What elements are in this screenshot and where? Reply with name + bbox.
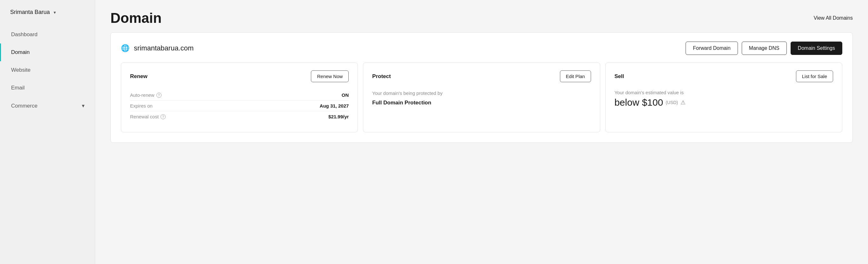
domain-settings-button[interactable]: Domain Settings [790,41,842,55]
auto-renew-value: ON [342,92,349,98]
domain-container: 🌐 srimantabarua.com Forward Domain Manag… [111,32,853,143]
domain-header: 🌐 srimantabarua.com Forward Domain Manag… [121,41,842,55]
edit-plan-button[interactable]: Edit Plan [560,70,591,82]
page-title: Domain [111,10,161,26]
globe-icon: 🌐 [121,44,129,52]
user-menu[interactable]: Srimanta Barua ▾ [0,0,95,23]
main-content: Domain View All Domains 🌐 srimantabarua.… [95,0,868,264]
estimated-value-description: Your domain's estimated value is [615,90,833,95]
estimated-value: below $100 (USD) ⚠ [615,97,833,108]
auto-renew-info-icon[interactable]: ? [156,93,161,98]
renewal-cost-info-icon[interactable]: ? [160,114,165,119]
chevron-down-icon: ▾ [82,102,85,109]
user-menu-chevron-icon: ▾ [54,10,56,15]
sidebar-item-commerce[interactable]: Commerce ▾ [0,97,95,115]
expires-label: Expires on [130,103,153,109]
warning-icon: ⚠ [681,99,686,106]
sell-card-title: Sell [615,73,624,80]
forward-domain-button[interactable]: Forward Domain [686,41,738,55]
sidebar-item-dashboard[interactable]: Dashboard [0,26,95,43]
protect-card-header: Protect Edit Plan [372,70,591,82]
sidebar-item-label: Commerce [11,103,37,109]
renewal-cost-value: $21.99/yr [328,114,349,119]
estimated-value-amount: below $100 [615,97,663,108]
currency-label: (USD) [665,100,678,105]
auto-renew-row: Auto-renew ? ON [130,90,349,100]
renew-card-header: Renew Renew Now [130,70,349,82]
cards-row: Renew Renew Now Auto-renew ? ON Expires … [121,62,842,132]
expires-row: Expires on Aug 31, 2027 [130,100,349,111]
renew-card: Renew Renew Now Auto-renew ? ON Expires … [121,62,358,132]
sidebar-item-domain[interactable]: Domain [0,43,95,61]
sell-card-header: Sell List for Sale [615,70,833,82]
sidebar-item-label: Website [11,67,30,73]
sidebar-item-website[interactable]: Website [0,61,95,79]
sidebar-item-label: Email [11,85,25,91]
sidebar-item-label: Domain [11,49,30,56]
sell-card: Sell List for Sale Your domain's estimat… [605,62,842,132]
renew-card-title: Renew [130,73,148,80]
expires-value: Aug 31, 2027 [320,103,349,109]
view-all-domains-link[interactable]: View All Domains [814,15,853,21]
domain-name: srimantabarua.com [134,44,193,52]
renewal-cost-label: Renewal cost ? [130,114,165,119]
protection-name: Full Domain Protection [372,100,591,106]
user-name: Srimanta Barua [10,9,50,16]
manage-dns-button[interactable]: Manage DNS [742,41,787,55]
protect-description: Your domain's being protected by [372,90,591,97]
protect-card-title: Protect [372,73,391,80]
domain-actions: Forward Domain Manage DNS Domain Setting… [686,41,842,55]
renewal-cost-row: Renewal cost ? $21.99/yr [130,111,349,122]
main-header: Domain View All Domains [95,0,868,32]
renew-now-button[interactable]: Renew Now [311,70,349,82]
sidebar: Srimanta Barua ▾ Dashboard Domain Websit… [0,0,95,264]
sidebar-item-email[interactable]: Email [0,79,95,97]
protect-card: Protect Edit Plan Your domain's being pr… [363,62,600,132]
sidebar-item-label: Dashboard [11,31,37,38]
list-for-sale-button[interactable]: List for Sale [796,70,833,82]
domain-name-row: 🌐 srimantabarua.com [121,44,193,52]
auto-renew-label: Auto-renew ? [130,92,161,98]
sidebar-nav: Dashboard Domain Website Email Commerce … [0,23,95,115]
